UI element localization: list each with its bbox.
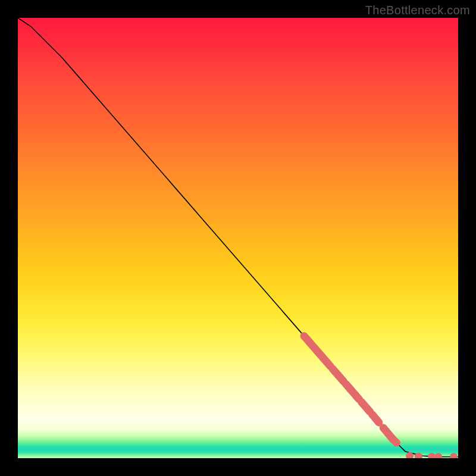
highlight-segment: [333, 369, 344, 381]
highlight-segment: [383, 428, 396, 443]
chart-frame: TheBottleneck.com: [0, 0, 476, 476]
bottleneck-curve-line: [18, 18, 458, 457]
highlight-dot: [450, 453, 458, 458]
highlight-segment: [361, 402, 370, 412]
highlight-segments: [304, 336, 396, 443]
highlight-dot: [415, 453, 422, 458]
highlight-segment: [346, 384, 359, 400]
highlight-segment: [304, 336, 330, 367]
curve-path: [18, 18, 458, 457]
highlight-dot: [434, 453, 442, 458]
highlight-segment: [372, 415, 379, 422]
plot-area: [18, 18, 458, 458]
curve-layer: [18, 18, 458, 458]
highlight-dot: [428, 453, 436, 458]
watermark-text: TheBottleneck.com: [365, 4, 470, 17]
